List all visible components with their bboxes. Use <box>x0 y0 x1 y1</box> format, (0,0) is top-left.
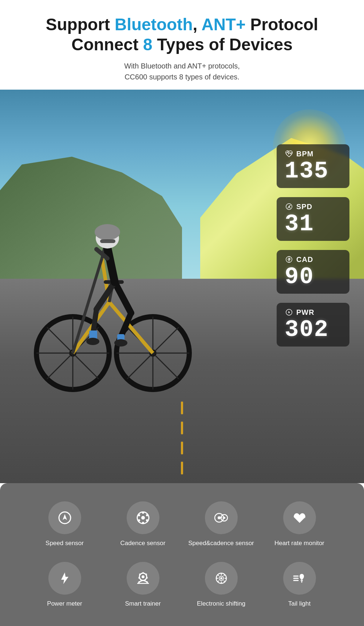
tail-light-label: Tail light <box>288 600 310 608</box>
electronic-shifting-icon-circle <box>205 562 238 595</box>
cadence-sensor-icon-circle <box>127 501 159 534</box>
stripe-dash <box>181 422 183 434</box>
electronic-shifting-icon <box>213 570 230 587</box>
spd-value: 31 <box>285 212 339 236</box>
pwr-value: 302 <box>285 318 339 341</box>
speed-cadence-sensor-label: Speed&cadence sensor <box>188 539 254 547</box>
device-electronic-shifting: Electronic shifting <box>186 562 257 608</box>
svg-point-59 <box>142 572 144 574</box>
header-section: Support Bluetooth, ANT+ Protocol Connect… <box>0 0 364 90</box>
page-wrapper: Support Bluetooth, ANT+ Protocol Connect… <box>0 0 364 626</box>
speed-cadence-sensor-icon <box>213 509 230 527</box>
cyclist-figure <box>29 178 197 397</box>
header-subtitle: With Bluetooth and ANT+ protocols, CC600… <box>22 60 342 82</box>
subtitle-line1: With Bluetooth and ANT+ protocols, <box>124 62 240 70</box>
svg-point-64 <box>138 577 140 579</box>
devices-section: Speed sensor Cadence sensor <box>0 483 364 626</box>
svg-rect-85 <box>301 580 303 581</box>
title-ant: ANT+ <box>201 15 245 34</box>
main-title: Support Bluetooth, ANT+ Protocol Connect… <box>22 15 342 55</box>
speed-sensor-icon-circle <box>48 501 81 534</box>
title-bluetooth: Bluetooth <box>115 15 193 34</box>
svg-point-48 <box>142 522 144 524</box>
stat-bpm-label-row: BPM <box>285 149 339 158</box>
svg-point-32 <box>86 338 99 345</box>
device-speed-cadence-sensor: Speed&cadence sensor <box>186 501 257 547</box>
smart-trainer-label: Smart trainer <box>125 600 161 608</box>
svg-line-79 <box>224 575 225 576</box>
smart-trainer-icon <box>134 570 152 587</box>
title-connect: Connect <box>71 35 143 54</box>
heart-rate-icon <box>285 149 293 158</box>
subtitle-line2: CC600 supports 8 types of devices. <box>124 73 240 81</box>
cad-value: 90 <box>285 265 339 289</box>
svg-point-33 <box>114 339 127 347</box>
stat-card-bpm: BPM 135 <box>277 144 349 188</box>
stat-pwr-label-row: PWR <box>285 308 339 317</box>
cadence-icon <box>285 255 293 264</box>
hero-section: BPM 135 SPD 31 <box>0 90 364 483</box>
speedometer-icon <box>285 202 293 211</box>
svg-point-28 <box>95 224 120 240</box>
stripe-dash <box>181 462 183 474</box>
bpm-value: 135 <box>285 160 339 183</box>
stat-card-spd: SPD 31 <box>277 197 349 241</box>
svg-line-20 <box>115 282 131 313</box>
speed-sensor-icon <box>56 509 74 527</box>
svg-point-35 <box>288 206 290 208</box>
tail-light-icon-circle <box>283 562 316 595</box>
svg-line-77 <box>218 575 219 576</box>
svg-point-46 <box>146 514 148 516</box>
svg-marker-42 <box>63 514 67 520</box>
title-support: Support <box>46 15 115 34</box>
svg-point-52 <box>218 516 221 519</box>
svg-line-80 <box>218 581 219 582</box>
device-speed-sensor: Speed sensor <box>29 501 100 547</box>
svg-point-81 <box>220 577 222 579</box>
svg-point-54 <box>223 517 225 519</box>
svg-point-65 <box>139 574 141 575</box>
power-icon <box>285 308 293 317</box>
power-meter-icon-circle <box>48 562 81 595</box>
cad-label: CAD <box>296 255 313 264</box>
device-cadence-sensor: Cadence sensor <box>107 501 178 547</box>
svg-point-58 <box>142 575 145 578</box>
power-meter-icon <box>56 570 74 587</box>
device-heart-rate-monitor: Heart rate monitor <box>264 501 335 547</box>
svg-marker-56 <box>61 572 68 584</box>
svg-line-12 <box>73 302 109 353</box>
heart-rate-monitor-icon-circle <box>283 501 316 534</box>
spd-label: SPD <box>296 203 312 211</box>
heart-rate-monitor-icon <box>291 509 308 527</box>
title-types: Types of Devices <box>153 35 293 54</box>
speed-cadence-sensor-icon-circle <box>205 501 238 534</box>
svg-point-44 <box>141 516 145 520</box>
power-meter-label: Power meter <box>47 600 82 608</box>
device-power-meter: Power meter <box>29 562 100 608</box>
electronic-shifting-label: Electronic shifting <box>197 600 245 608</box>
stripe-dash <box>181 402 183 414</box>
svg-rect-29 <box>100 239 115 243</box>
svg-point-49 <box>138 519 140 521</box>
stat-card-cad: CAD 90 <box>277 250 349 294</box>
cadence-sensor-icon <box>134 509 152 527</box>
device-smart-trainer: Smart trainer <box>107 562 178 608</box>
svg-point-60 <box>146 574 147 575</box>
smart-trainer-icon-circle <box>127 562 159 595</box>
svg-point-47 <box>146 519 148 521</box>
cadence-sensor-label: Cadence sensor <box>120 539 166 547</box>
stat-card-pwr: PWR 302 <box>277 303 349 347</box>
tail-light-icon <box>291 570 308 587</box>
stat-cad-label-row: CAD <box>285 255 339 264</box>
device-tail-light: Tail light <box>264 562 335 608</box>
speed-sensor-label: Speed sensor <box>46 539 84 547</box>
svg-line-78 <box>224 581 225 582</box>
svg-point-45 <box>142 512 144 514</box>
pwr-label: PWR <box>296 308 314 317</box>
title-comma: , <box>193 15 202 34</box>
stripe-dash <box>181 442 183 454</box>
heart-rate-monitor-label: Heart rate monitor <box>274 539 324 547</box>
svg-point-50 <box>138 514 140 516</box>
bpm-label: BPM <box>296 150 313 158</box>
stat-spd-label-row: SPD <box>285 202 339 211</box>
